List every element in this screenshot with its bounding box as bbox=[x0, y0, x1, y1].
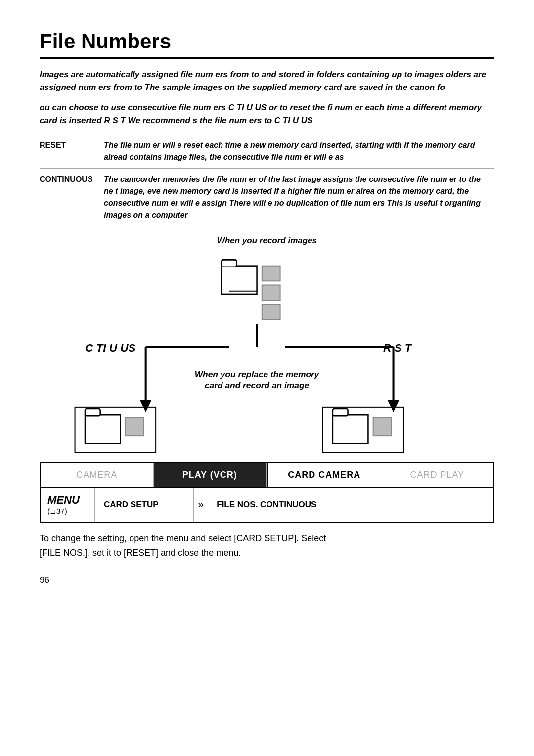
reset-text: The file num er will e reset each time a… bbox=[104, 134, 494, 169]
footer-line2: [FILE NOS.], set it to [RESET] and close… bbox=[40, 546, 494, 560]
svg-rect-19 bbox=[333, 409, 348, 416]
svg-rect-3 bbox=[262, 285, 280, 301]
nav-card-play[interactable]: CARD PLAY bbox=[381, 463, 494, 487]
page-title: File Numbers bbox=[40, 30, 494, 53]
menu-file-nos: FILE NOS. CONTINUOUS bbox=[208, 488, 493, 522]
menu-row: MENU (⊐37) CARD SETUP » FILE NOS. CONTIN… bbox=[40, 488, 494, 523]
svg-rect-20 bbox=[373, 418, 392, 436]
menu-sub: (⊐37) bbox=[47, 507, 88, 516]
svg-marker-6 bbox=[139, 400, 152, 413]
svg-rect-17 bbox=[126, 418, 144, 436]
reset-label: RESET bbox=[40, 134, 104, 169]
intro-para2: ou can choose to use consecutive file nu… bbox=[40, 101, 494, 128]
nav-camera[interactable]: CAMERA bbox=[41, 463, 154, 487]
table-row-continuous: CONTINUOUS The camcorder memories the fi… bbox=[40, 169, 494, 226]
svg-text:card and record an image: card and record an image bbox=[205, 380, 310, 390]
svg-rect-2 bbox=[262, 266, 280, 281]
reset-diagram-label: R S T bbox=[383, 342, 413, 355]
settings-table: RESET The file num er will e reset each … bbox=[40, 134, 494, 226]
svg-marker-8 bbox=[387, 400, 400, 413]
svg-rect-1 bbox=[222, 260, 237, 267]
title-divider bbox=[40, 57, 494, 59]
nav-play-vcr[interactable]: PLAY (VCR) bbox=[154, 463, 267, 487]
svg-rect-15 bbox=[85, 415, 121, 444]
when-record-label: When you record images bbox=[40, 236, 494, 246]
diagram-section: When you record images C TI U US R S T W bbox=[40, 236, 494, 453]
svg-rect-18 bbox=[333, 415, 368, 444]
table-row-reset: RESET The file num er will e reset each … bbox=[40, 134, 494, 169]
menu-arrow-icon: » bbox=[194, 488, 208, 522]
page-number: 96 bbox=[40, 575, 494, 585]
nav-card-camera[interactable]: CARD CAMERA bbox=[268, 463, 381, 487]
intro-para1: Images are automatically assigned file n… bbox=[40, 68, 494, 94]
svg-rect-16 bbox=[85, 409, 100, 416]
svg-rect-4 bbox=[262, 305, 280, 320]
footer-text: To change the setting, open the menu and… bbox=[40, 532, 494, 560]
diagram-svg: C TI U US R S T When you replace the mem… bbox=[40, 251, 494, 453]
menu-label-cell: MENU (⊐37) bbox=[41, 488, 95, 522]
menu-text: MENU bbox=[47, 494, 88, 507]
svg-text:When you replace the memory: When you replace the memory bbox=[195, 369, 320, 379]
footer-line1: To change the setting, open the menu and… bbox=[40, 532, 494, 546]
continuous-label: CONTINUOUS bbox=[40, 169, 104, 226]
svg-rect-0 bbox=[222, 266, 257, 294]
continuous-diagram-label: C TI U US bbox=[85, 342, 135, 355]
menu-card-setup[interactable]: CARD SETUP bbox=[95, 488, 194, 522]
nav-bar: CAMERA PLAY (VCR) CARD CAMERA CARD PLAY bbox=[40, 462, 494, 488]
continuous-text: The camcorder memories the file num er o… bbox=[104, 169, 494, 226]
